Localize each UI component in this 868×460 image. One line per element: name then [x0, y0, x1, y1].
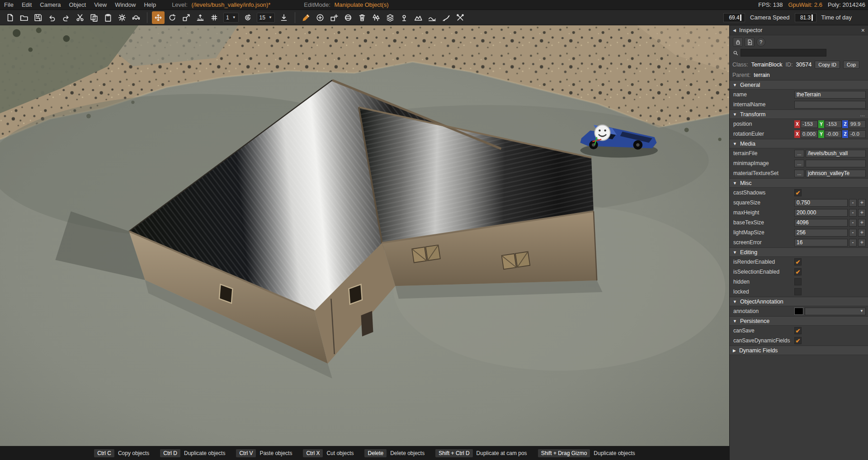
section-objectAnnotation[interactable]: ▼ ObjectAnnotation — [730, 297, 868, 306]
position-z-input[interactable]: 99.9 — [849, 120, 866, 128]
rotate-snap-button[interactable] — [241, 11, 254, 24]
add-circle-button[interactable] — [314, 11, 326, 24]
close-icon[interactable]: × — [861, 27, 865, 34]
scale-tool-button[interactable] — [180, 11, 193, 24]
section-misc[interactable]: ▼ Misc — [730, 178, 868, 188]
inspector-title-bar[interactable]: ◀ Inspector × — [730, 25, 868, 35]
browse-button[interactable]: ... — [794, 170, 804, 177]
menu-edit[interactable]: Edit — [18, 1, 36, 8]
new-file-button[interactable] — [4, 11, 16, 24]
snap-tool-button[interactable] — [194, 11, 207, 24]
terrain-paint-button[interactable] — [300, 11, 312, 24]
canSaveDynamicFields-checkbox[interactable]: ✔ — [794, 337, 802, 344]
point-tool-button[interactable] — [398, 11, 410, 24]
decrement-button[interactable]: - — [849, 199, 857, 207]
forest-tool-button[interactable] — [370, 11, 382, 24]
browse-button[interactable]: ... — [794, 150, 804, 157]
time-of-day-slider[interactable]: 81.3 — [795, 13, 816, 22]
position-x-input[interactable]: -153 — [801, 120, 818, 128]
section-persistence[interactable]: ▼ Persistence — [730, 316, 868, 326]
menu-file[interactable]: File — [0, 1, 18, 8]
decrement-button[interactable]: - — [849, 239, 857, 247]
section-dynamicFields[interactable]: ▶ Dynamic Fields — [730, 346, 868, 355]
increment-button[interactable]: + — [858, 199, 866, 207]
rotate-tool-button[interactable] — [166, 11, 179, 24]
maxHeight-input[interactable]: 200.000 — [794, 209, 848, 217]
search-input[interactable] — [741, 49, 826, 57]
rotate-snap-dropdown[interactable]: 15 ▼ — [257, 13, 275, 23]
isRenderEnabled-checkbox[interactable]: ✔ — [794, 258, 802, 266]
new-document-button[interactable] — [745, 38, 755, 47]
camera-speed-slider[interactable]: 69.4 — [723, 13, 745, 22]
browse-button[interactable]: ... — [794, 160, 804, 167]
drop-to-ground-button[interactable] — [278, 11, 290, 24]
minimapImage-input[interactable] — [806, 160, 866, 167]
squareSize-input[interactable]: 0.750 — [794, 199, 848, 207]
terrain-smooth-button[interactable] — [426, 11, 439, 24]
terrainFile-input[interactable]: /levels/bush_vall — [806, 150, 866, 157]
menu-object[interactable]: Object — [65, 1, 90, 8]
section-general[interactable]: ▼ General — [730, 80, 868, 90]
layers-tool-button[interactable] — [384, 11, 396, 24]
lightMapSize-input[interactable]: 256 — [794, 229, 848, 237]
terrain-stamp-button[interactable] — [412, 11, 425, 24]
add-object-button[interactable] — [328, 11, 340, 24]
copy-button[interactable]: Cop — [843, 61, 859, 69]
position-y-input[interactable]: -153 — [825, 120, 842, 128]
copy-button[interactable] — [88, 11, 100, 24]
delete-button[interactable] — [356, 11, 368, 24]
cut-button[interactable] — [74, 11, 86, 24]
grid-snap-button[interactable] — [208, 11, 221, 24]
open-folder-button[interactable] — [18, 11, 30, 24]
vehicle-button[interactable] — [130, 11, 142, 24]
annotation-dropdown[interactable]: ▼ — [805, 308, 866, 315]
materialTextureSet-input[interactable]: johnson_valleyTe — [806, 170, 866, 177]
name-input[interactable]: theTerrain — [794, 91, 866, 99]
locked-checkbox[interactable] — [794, 288, 802, 295]
menu-window[interactable]: Window — [111, 1, 140, 8]
section-editing[interactable]: ▼ Editing — [730, 247, 868, 257]
translate-tool-button[interactable] — [152, 11, 165, 24]
paste-button[interactable] — [102, 11, 114, 24]
decrement-button[interactable]: - — [849, 229, 857, 237]
road-tool-button[interactable] — [440, 11, 453, 24]
rotation-y-input[interactable]: -0.00 — [825, 130, 842, 138]
section-more[interactable]: ... — [860, 111, 865, 118]
snap-size-dropdown[interactable]: 1 ▼ — [223, 13, 239, 23]
rotation-z-input[interactable]: -0.0 — [849, 130, 866, 138]
baseTexSize-input[interactable]: 4096 — [794, 219, 848, 227]
copy-id-button[interactable]: Copy ID — [815, 61, 840, 69]
slider-handle[interactable] — [811, 14, 813, 21]
hidden-checkbox[interactable] — [794, 278, 802, 285]
rotation-x-input[interactable]: 0.000 — [801, 130, 818, 138]
menu-camera[interactable]: Camera — [36, 1, 65, 8]
lock-button[interactable] — [733, 38, 743, 47]
increment-button[interactable]: + — [858, 209, 866, 217]
viewport-3d-scene[interactable] — [0, 25, 729, 446]
section-transform[interactable]: ▼ Transform ... — [730, 109, 868, 119]
castShadows-checkbox[interactable]: ✔ — [794, 189, 802, 196]
viewport-3d[interactable] — [0, 25, 729, 446]
canSave-checkbox[interactable]: ✔ — [794, 327, 802, 334]
slider-handle[interactable] — [740, 14, 741, 21]
undo-button[interactable] — [46, 11, 58, 24]
misc-tools-button[interactable] — [454, 11, 467, 24]
decrement-button[interactable]: - — [849, 219, 857, 227]
decrement-button[interactable]: - — [849, 209, 857, 217]
screenError-input[interactable]: 16 — [794, 239, 848, 247]
annotation-color-swatch[interactable] — [794, 308, 803, 315]
internalName-input[interactable] — [794, 101, 866, 109]
help-button[interactable]: ? — [756, 38, 765, 47]
redo-button[interactable] — [60, 11, 72, 24]
isSelectionEnabled-checkbox[interactable]: ✔ — [794, 268, 802, 275]
increment-button[interactable]: + — [858, 219, 866, 227]
section-media[interactable]: ▼ Media — [730, 139, 868, 148]
settings-button[interactable] — [116, 11, 128, 24]
save-button[interactable] — [32, 11, 44, 24]
increment-button[interactable]: + — [858, 229, 866, 237]
menu-view[interactable]: View — [90, 1, 111, 8]
sphere-tool-button[interactable] — [342, 11, 354, 24]
increment-button[interactable]: + — [858, 239, 866, 247]
menu-help[interactable]: Help — [140, 1, 160, 8]
collapse-left-icon[interactable]: ◀ — [733, 28, 736, 33]
